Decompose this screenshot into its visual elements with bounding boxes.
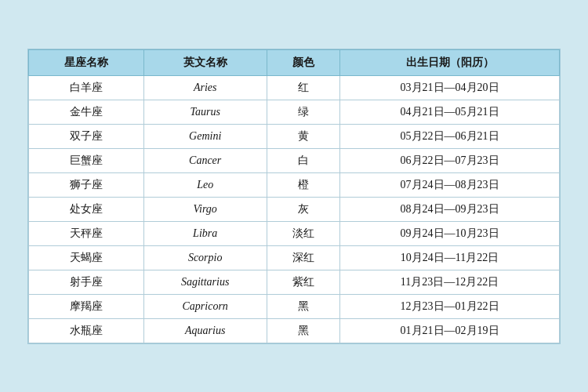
- table-row: 处女座Virgo灰08月24日—09月23日: [29, 197, 560, 221]
- table-row: 水瓶座Aquarius黑01月21日—02月19日: [29, 318, 560, 343]
- cell-chinese-name: 双子座: [29, 124, 144, 148]
- cell-color: 绿: [267, 100, 339, 124]
- cell-dates: 12月23日—01月22日: [340, 294, 560, 318]
- cell-dates: 03月21日—04月20日: [340, 75, 560, 100]
- cell-dates: 05月22日—06月21日: [340, 124, 560, 148]
- cell-chinese-name: 水瓶座: [29, 318, 144, 343]
- cell-english-name: Sagittarius: [143, 270, 267, 294]
- cell-dates: 09月24日—10月23日: [340, 221, 560, 245]
- cell-chinese-name: 射手座: [29, 270, 144, 294]
- zodiac-table: 星座名称 英文名称 颜色 出生日期（阳历） 白羊座Aries红03月21日—04…: [28, 49, 560, 343]
- cell-dates: 11月23日—12月22日: [340, 270, 560, 294]
- cell-color: 淡红: [267, 221, 339, 245]
- cell-english-name: Taurus: [143, 100, 267, 124]
- table-row: 天蝎座Scorpio深红10月24日—11月22日: [29, 245, 560, 270]
- table-row: 射手座Sagittarius紫红11月23日—12月22日: [29, 270, 560, 294]
- cell-chinese-name: 巨蟹座: [29, 148, 144, 172]
- cell-color: 橙: [267, 172, 339, 197]
- cell-color: 深红: [267, 245, 339, 270]
- cell-english-name: Aquarius: [143, 318, 267, 343]
- cell-color: 灰: [267, 197, 339, 221]
- cell-english-name: Aries: [143, 75, 267, 100]
- cell-dates: 08月24日—09月23日: [340, 197, 560, 221]
- header-english-name: 英文名称: [143, 49, 267, 75]
- cell-chinese-name: 天蝎座: [29, 245, 144, 270]
- table-row: 天秤座Libra淡红09月24日—10月23日: [29, 221, 560, 245]
- table-row: 金牛座Taurus绿04月21日—05月21日: [29, 100, 560, 124]
- cell-chinese-name: 金牛座: [29, 100, 144, 124]
- table-row: 双子座Gemini黄05月22日—06月21日: [29, 124, 560, 148]
- cell-english-name: Capricorn: [143, 294, 267, 318]
- cell-color: 黄: [267, 124, 339, 148]
- cell-color: 黑: [267, 318, 339, 343]
- table-row: 巨蟹座Cancer白06月22日—07月23日: [29, 148, 560, 172]
- cell-english-name: Cancer: [143, 148, 267, 172]
- cell-dates: 06月22日—07月23日: [340, 148, 560, 172]
- header-dates: 出生日期（阳历）: [340, 49, 560, 75]
- table-row: 白羊座Aries红03月21日—04月20日: [29, 75, 560, 100]
- cell-english-name: Libra: [143, 221, 267, 245]
- table-header-row: 星座名称 英文名称 颜色 出生日期（阳历）: [29, 49, 560, 75]
- cell-dates: 10月24日—11月22日: [340, 245, 560, 270]
- cell-color: 黑: [267, 294, 339, 318]
- cell-chinese-name: 摩羯座: [29, 294, 144, 318]
- cell-english-name: Leo: [143, 172, 267, 197]
- header-chinese-name: 星座名称: [29, 49, 144, 75]
- table-row: 狮子座Leo橙07月24日—08月23日: [29, 172, 560, 197]
- cell-chinese-name: 白羊座: [29, 75, 144, 100]
- cell-chinese-name: 处女座: [29, 197, 144, 221]
- table-body: 白羊座Aries红03月21日—04月20日金牛座Taurus绿04月21日—0…: [29, 75, 560, 343]
- cell-chinese-name: 天秤座: [29, 221, 144, 245]
- cell-dates: 01月21日—02月19日: [340, 318, 560, 343]
- zodiac-table-container: 星座名称 英文名称 颜色 出生日期（阳历） 白羊座Aries红03月21日—04…: [27, 49, 561, 344]
- cell-english-name: Scorpio: [143, 245, 267, 270]
- cell-dates: 07月24日—08月23日: [340, 172, 560, 197]
- cell-english-name: Gemini: [143, 124, 267, 148]
- cell-color: 白: [267, 148, 339, 172]
- cell-dates: 04月21日—05月21日: [340, 100, 560, 124]
- cell-english-name: Virgo: [143, 197, 267, 221]
- cell-color: 红: [267, 75, 339, 100]
- cell-chinese-name: 狮子座: [29, 172, 144, 197]
- header-color: 颜色: [267, 49, 339, 75]
- table-row: 摩羯座Capricorn黑12月23日—01月22日: [29, 294, 560, 318]
- cell-color: 紫红: [267, 270, 339, 294]
